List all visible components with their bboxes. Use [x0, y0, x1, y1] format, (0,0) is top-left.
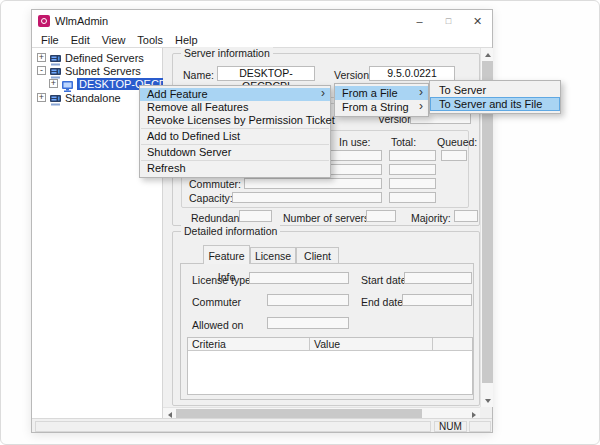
- menu-separator: [141, 128, 329, 129]
- menu-item-revoke-licenses[interactable]: Revoke Licenses by Permission Ticket: [140, 114, 330, 127]
- menu-edit[interactable]: Edit: [65, 34, 96, 46]
- menu-item-refresh[interactable]: Refresh: [140, 162, 330, 175]
- license-type-field[interactable]: [249, 272, 349, 284]
- allowed-on-field[interactable]: [267, 317, 349, 329]
- tab-client-info[interactable]: Client Info: [296, 247, 339, 264]
- scroll-down-icon[interactable]: [481, 394, 494, 407]
- window-controls: – □ ✕: [405, 10, 492, 32]
- tab-feature-info[interactable]: Feature Info: [203, 245, 250, 264]
- menu-item-remove-all-features[interactable]: Remove all Features: [140, 101, 330, 114]
- expand-minus-icon[interactable]: -: [37, 66, 46, 75]
- queued-header: Queued:: [437, 136, 477, 148]
- close-button[interactable]: ✕: [463, 10, 492, 32]
- capacity-row-label: Capacity:: [189, 192, 233, 204]
- menu-item-from-a-file[interactable]: From a File ›: [335, 86, 428, 100]
- end-date-label: End date:: [361, 296, 406, 308]
- detailed-information-group: Detailed information Feature Info Licens…: [172, 231, 480, 406]
- commuter-label: Commuter: [192, 296, 241, 308]
- menu-separator: [141, 160, 329, 161]
- number-of-servers-label: Number of servers:: [283, 212, 372, 224]
- status-message-pane: [35, 421, 431, 432]
- allowed-on-label: Allowed on: [192, 319, 243, 331]
- redundant-label: Redundant:: [191, 212, 245, 224]
- num-lock-indicator: NUM: [434, 421, 467, 432]
- queued-field-row1[interactable]: [441, 150, 467, 161]
- from-a-file-submenu: To Server To Server and its File: [429, 80, 561, 114]
- total-header: Total:: [391, 136, 416, 148]
- minimize-button[interactable]: –: [405, 10, 434, 32]
- majority-field[interactable]: [454, 210, 478, 222]
- server-group-icon: [49, 65, 62, 76]
- total-field-row4[interactable]: [389, 192, 436, 203]
- server-group-icon: [49, 92, 62, 103]
- app-icon: [38, 15, 50, 27]
- version-label: Version:: [334, 69, 372, 81]
- table-header: Criteria Value: [188, 338, 472, 351]
- menu-item-shutdown-server[interactable]: Shutdown Server: [140, 146, 330, 159]
- submenu-arrow-icon: ›: [419, 85, 423, 99]
- menu-item-from-a-string[interactable]: From a String ›: [335, 100, 428, 114]
- tree-item-subnet-servers[interactable]: - Subnet Servers: [37, 64, 141, 77]
- expand-plus-icon[interactable]: +: [37, 53, 46, 62]
- tree-item-standalone[interactable]: + Standalone: [37, 91, 121, 104]
- tree-label[interactable]: Standalone: [65, 92, 121, 104]
- capacity-field[interactable]: [232, 192, 382, 203]
- screenshot-canvas: WlmAdmin – □ ✕ File Edit View Tools Help…: [0, 0, 600, 445]
- maximize-button[interactable]: □: [434, 10, 463, 32]
- window-title: WlmAdmin: [55, 15, 108, 27]
- group-legend: Detailed information: [181, 225, 280, 237]
- redundant-field[interactable]: [239, 210, 272, 222]
- menu-item-to-server[interactable]: To Server: [430, 83, 560, 97]
- end-date-field[interactable]: [402, 294, 472, 306]
- commuter-detail-field[interactable]: [267, 294, 349, 306]
- total-field-row2[interactable]: [389, 164, 436, 175]
- server-context-menu: Add Feature › Remove all Features Revoke…: [139, 85, 331, 178]
- tree-item-defined-servers[interactable]: + Defined Servers: [37, 51, 144, 64]
- majority-label: Majority:: [411, 212, 451, 224]
- commuter-row-label: Commuter:: [189, 178, 241, 190]
- menu-tools[interactable]: Tools: [131, 34, 169, 46]
- menu-bar: File Edit View Tools Help: [32, 32, 492, 47]
- group-legend: Server information: [181, 47, 273, 59]
- expand-plus-icon[interactable]: +: [37, 93, 46, 102]
- server-group-icon: [49, 52, 62, 63]
- number-of-servers-field[interactable]: [366, 210, 396, 222]
- status-extra-pane: [469, 421, 491, 432]
- total-field-row1[interactable]: [389, 150, 436, 161]
- start-date-label: Start date: [361, 274, 407, 286]
- criteria-table: Criteria Value: [187, 337, 473, 395]
- status-bar: NUM: [32, 418, 492, 432]
- menu-file[interactable]: File: [35, 34, 65, 46]
- scroll-up-icon[interactable]: [481, 48, 494, 61]
- tree-label[interactable]: Subnet Servers: [65, 65, 141, 77]
- tree-label[interactable]: Defined Servers: [65, 52, 144, 64]
- menu-item-to-server-and-its-file[interactable]: To Server and its File: [430, 97, 560, 111]
- menu-item-add-to-defined-list[interactable]: Add to Defined List: [140, 130, 330, 143]
- total-field-row3[interactable]: [389, 178, 436, 189]
- server-name-field[interactable]: DESKTOP-QECDCPI: [217, 66, 315, 81]
- wlmadmin-window: WlmAdmin – □ ✕ File Edit View Tools Help…: [31, 9, 493, 433]
- submenu-arrow-icon: ›: [419, 99, 423, 113]
- menu-separator: [141, 144, 329, 145]
- menu-help[interactable]: Help: [169, 34, 204, 46]
- titlebar: WlmAdmin – □ ✕: [32, 10, 492, 32]
- expand-plus-icon[interactable]: +: [49, 79, 58, 88]
- start-date-field[interactable]: [404, 272, 472, 284]
- criteria-column-header[interactable]: Criteria: [188, 338, 310, 350]
- computer-icon: [61, 78, 74, 89]
- value-column-header[interactable]: Value: [310, 338, 433, 350]
- commuter-field[interactable]: [244, 178, 382, 189]
- server-version-field[interactable]: 9.5.0.0221: [369, 66, 455, 81]
- menu-view[interactable]: View: [96, 34, 132, 46]
- add-feature-submenu: From a File › From a String ›: [334, 83, 429, 117]
- name-label: Name:: [183, 69, 214, 81]
- in-use-header: In use:: [339, 136, 371, 148]
- menu-item-add-feature[interactable]: Add Feature ›: [140, 88, 330, 101]
- submenu-arrow-icon: ›: [321, 87, 325, 100]
- extra-column-header: [433, 338, 472, 350]
- tab-license-info[interactable]: License Info: [250, 247, 296, 264]
